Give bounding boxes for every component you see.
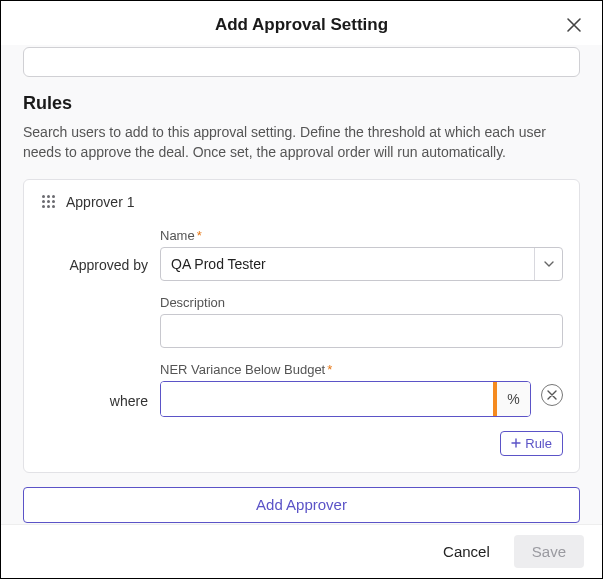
- rule-unit-label: %: [496, 382, 530, 416]
- approver-card-header: Approver 1: [24, 180, 579, 222]
- cancel-button[interactable]: Cancel: [429, 535, 504, 568]
- save-button[interactable]: Save: [514, 535, 584, 568]
- approver-card-body: Approved by Name* QA Prod Tester Descrip…: [24, 222, 579, 472]
- rule-value-input-wrap: %: [160, 381, 531, 417]
- row-label-spacer: [40, 340, 148, 348]
- close-button[interactable]: [562, 13, 586, 37]
- required-asterisk: *: [197, 228, 202, 243]
- add-approver-button[interactable]: Add Approver: [23, 487, 580, 523]
- close-icon: [565, 16, 583, 34]
- required-asterisk: *: [327, 362, 332, 377]
- description-input[interactable]: [160, 314, 563, 348]
- modal-header: Add Approval Setting: [1, 1, 602, 45]
- add-rule-button[interactable]: Rule: [500, 431, 563, 456]
- description-field-label: Description: [160, 295, 563, 310]
- remove-rule-button[interactable]: [541, 384, 563, 406]
- rules-section-description: Search users to add to this approval set…: [23, 122, 580, 163]
- approver-card: Approver 1 Approved by Name* QA Prod Tes…: [23, 179, 580, 473]
- rule-value-input[interactable]: [161, 382, 496, 416]
- name-field-placeholder[interactable]: [23, 47, 580, 77]
- add-rule-label: Rule: [525, 436, 552, 451]
- rules-section-title: Rules: [23, 93, 580, 114]
- drag-handle-icon[interactable]: [40, 194, 56, 210]
- approver-name-value: QA Prod Tester: [161, 248, 534, 280]
- name-field-label: Name*: [160, 228, 563, 243]
- modal-footer: Cancel Save: [1, 524, 602, 578]
- rule-field-label: NER Variance Below Budget*: [160, 362, 563, 377]
- approver-name-select[interactable]: QA Prod Tester: [160, 247, 563, 281]
- where-label: where: [40, 393, 148, 417]
- approver-title: Approver 1: [66, 194, 134, 210]
- plus-icon: [511, 438, 521, 448]
- chevron-down-icon: [534, 248, 562, 280]
- modal-title: Add Approval Setting: [215, 15, 388, 35]
- approved-by-label: Approved by: [40, 257, 148, 281]
- modal-content: Rules Search users to add to this approv…: [1, 45, 602, 524]
- remove-icon: [547, 390, 557, 400]
